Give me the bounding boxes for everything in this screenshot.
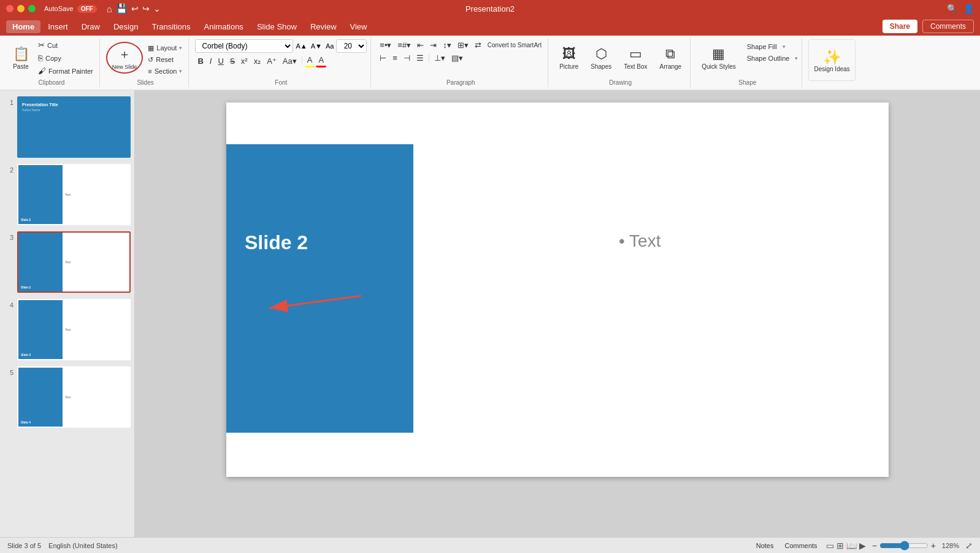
status-bar: Slide 3 of 5 English (United States) Not… <box>0 537 980 553</box>
notes-button[interactable]: Notes <box>754 541 776 551</box>
normal-view-button[interactable]: ▭ <box>826 541 834 551</box>
para-row-1: ≡•▾ ≡#▾ ⇤ ⇥ ↕▾ ⊞▾ ⇄ Convert to SmartArt <box>377 39 544 51</box>
align-left-button[interactable]: ⊢ <box>377 52 389 64</box>
justify-button[interactable]: ☰ <box>414 52 426 64</box>
menu-animations[interactable]: Animations <box>198 20 250 33</box>
bullets-button[interactable]: ≡•▾ <box>377 39 394 51</box>
menu-transitions[interactable]: Transitions <box>145 20 196 33</box>
slide-bullet[interactable]: • Text <box>619 231 660 251</box>
slide-item-3[interactable]: 3 Slide 2 Text <box>2 230 132 294</box>
shape-outline-button[interactable]: Shape Outline <box>743 53 794 63</box>
zoom-in-button[interactable]: + <box>931 541 936 551</box>
slide-item-1[interactable]: 1 Presentation Title Author Name <box>2 95 132 159</box>
shape-fill-button[interactable]: Shape Fill <box>743 42 781 52</box>
change-case-button[interactable]: Aa▾ <box>280 55 299 67</box>
text-columns-button[interactable]: ▤▾ <box>449 52 465 64</box>
layout-button[interactable]: ▦ Layout ▾ <box>145 43 185 53</box>
shape-outline-chevron[interactable]: ▾ <box>795 55 798 61</box>
slide-item-2[interactable]: 2 Slide 2 Text <box>2 163 132 226</box>
strikethrough-button[interactable]: S̶ <box>228 55 237 67</box>
menu-slideshow[interactable]: Slide Show <box>251 20 303 33</box>
share-button[interactable]: Share <box>882 20 917 33</box>
line-spacing-button[interactable]: ↕▾ <box>440 39 454 51</box>
vertical-align-button[interactable]: ⊥▾ <box>432 52 448 64</box>
align-right-button[interactable]: ⊣ <box>401 52 413 64</box>
shapes-button[interactable]: ⬡ Shapes <box>586 42 616 74</box>
font-family-selector[interactable]: Corbel (Body) <box>195 39 293 53</box>
underline-button[interactable]: U <box>215 55 226 67</box>
slide-thumb-5[interactable]: Slide 4 Text <box>17 366 131 428</box>
slide-thumb-2[interactable]: Slide 2 Text <box>17 164 131 225</box>
indent-button[interactable]: ⇥ <box>427 39 439 51</box>
fit-to-window-button[interactable]: ⤢ <box>965 541 973 551</box>
arrange-button[interactable]: ⧉ Arrange <box>655 42 687 74</box>
text-box-button[interactable]: ▭ Text Box <box>619 42 652 74</box>
menu-design[interactable]: Design <box>107 20 144 33</box>
font-size-down[interactable]: A▼ <box>310 42 323 50</box>
convert-smartart-button[interactable]: Convert to SmartArt <box>485 41 544 50</box>
numbering-button[interactable]: ≡#▾ <box>395 39 413 51</box>
italic-button[interactable]: I <box>207 55 215 67</box>
grid-view-button[interactable]: ⊞ <box>836 541 844 551</box>
menu-insert[interactable]: Insert <box>42 20 74 33</box>
shape-fill-chevron[interactable]: ▾ <box>783 44 786 50</box>
section-button[interactable]: ≡ Section ▾ <box>145 66 185 76</box>
text-shadow-button[interactable]: A⁺ <box>264 55 279 67</box>
customize-icon[interactable]: ⌄ <box>153 4 161 14</box>
search-icon[interactable]: 🔍 <box>947 4 957 14</box>
slide-thumb-4[interactable]: Slide 3 Text <box>17 299 131 360</box>
minimize-dot[interactable] <box>17 5 25 12</box>
cut-button[interactable]: ✂ Cut <box>36 39 96 51</box>
bold-button[interactable]: B <box>195 55 205 67</box>
font-size-up[interactable]: A▲ <box>294 42 308 50</box>
outdent-button[interactable]: ⇤ <box>415 39 426 51</box>
undo-icon[interactable]: ↩ <box>131 4 139 14</box>
superscript-button[interactable]: x² <box>239 55 250 67</box>
autosave-toggle[interactable]: OFF <box>77 5 97 13</box>
slide-canvas[interactable]: Slide 2 • Text <box>226 102 889 477</box>
main-area[interactable]: Slide 2 • Text <box>135 90 980 537</box>
design-ideas-button[interactable]: ✨ Design Ideas <box>808 39 855 81</box>
menu-review[interactable]: Review <box>304 20 343 33</box>
font-size-selector[interactable]: 20 <box>336 39 367 53</box>
save-icon[interactable]: 💾 <box>116 3 128 14</box>
menu-draw[interactable]: Draw <box>75 20 106 33</box>
copy-button[interactable]: ⎘ Copy <box>36 52 96 64</box>
slide-title[interactable]: Slide 2 <box>245 231 308 254</box>
reading-view-button[interactable]: 📖 <box>846 541 857 551</box>
menu-home[interactable]: Home <box>6 20 40 33</box>
zoom-slider[interactable] <box>879 541 928 551</box>
new-slide-button[interactable]: ＋ New Slide <box>106 42 144 74</box>
user-icon[interactable]: 👤 <box>963 4 974 14</box>
status-comments-button[interactable]: Comments <box>782 541 819 551</box>
text-direction-button[interactable]: ⇄ <box>472 39 484 51</box>
slide-item-4[interactable]: 4 Slide 3 Text <box>2 298 132 362</box>
slide-item-5[interactable]: 5 Slide 4 Text <box>2 365 132 429</box>
slide-thumb-3[interactable]: Slide 2 Text <box>17 231 131 293</box>
slide-4-text: Text <box>65 328 71 331</box>
home-icon[interactable]: ⌂ <box>107 4 112 14</box>
paste-button[interactable]: 📋 Paste <box>7 39 34 77</box>
clear-format[interactable]: Aa <box>324 42 335 50</box>
close-dot[interactable] <box>6 5 13 12</box>
paste-icon: 📋 <box>13 46 29 62</box>
picture-button[interactable]: 🖼 Picture <box>554 42 583 74</box>
subscript-button[interactable]: x₂ <box>251 55 264 67</box>
format-painter-button[interactable]: 🖌 Format Painter <box>36 65 96 77</box>
slide-thumb-1[interactable]: Presentation Title Author Name <box>17 96 131 158</box>
menu-view[interactable]: View <box>344 20 373 33</box>
maximize-dot[interactable] <box>28 5 36 12</box>
quick-styles-button[interactable]: ▦ Quick Styles <box>697 42 741 74</box>
ribbon-group-slides: ＋ New Slide ▦ Layout ▾ ↺ Reset ≡ Section… <box>102 38 189 87</box>
align-center-button[interactable]: ≡ <box>390 52 400 64</box>
highlight-color-button[interactable]: A <box>305 54 315 68</box>
comments-button[interactable]: Comments <box>922 20 974 33</box>
columns-button[interactable]: ⊞▾ <box>455 39 471 51</box>
reset-button[interactable]: ↺ Reset <box>145 55 185 65</box>
zoom-out-button[interactable]: − <box>872 541 877 551</box>
slideshow-view-button[interactable]: ▶ <box>859 541 866 551</box>
zoom-level[interactable]: 128% <box>938 542 959 549</box>
slide-3-text: Text <box>65 260 71 264</box>
font-color-button[interactable]: A <box>316 54 326 68</box>
redo-icon[interactable]: ↪ <box>142 4 150 14</box>
